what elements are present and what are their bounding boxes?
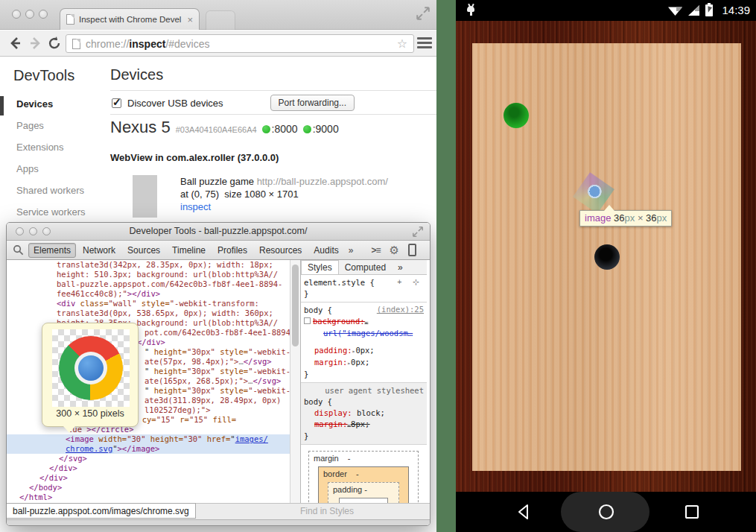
- devtools-toolbar: ElementsNetworkSourcesTimelineProfilesRe…: [7, 241, 430, 260]
- dom-tree-row[interactable]: <div class="wall" style="-webkit-transfo…: [7, 299, 290, 308]
- home-button[interactable]: [597, 503, 615, 521]
- sidebar-item-pages[interactable]: Pages: [16, 120, 44, 135]
- sidebar-item-devices[interactable]: Devices: [16, 98, 53, 113]
- styles-panel: Styles Computed » element.style { } + ⊹ …: [300, 260, 427, 503]
- new-style-rule-and-inspect-icons[interactable]: + ⊹: [397, 277, 424, 286]
- close-window-button[interactable]: [16, 227, 24, 235]
- transparency-checker: [52, 329, 130, 407]
- browser-toolbar: chrome://inspect/#devices ☆: [0, 31, 436, 57]
- element-style-rule[interactable]: element.style { } + ⊹: [301, 275, 427, 303]
- inspect-link[interactable]: inspect: [180, 201, 211, 212]
- url-page-icon: [72, 39, 80, 49]
- dom-tree-row[interactable]: </html>: [7, 493, 290, 502]
- dom-tree-row[interactable]: chrome.svg"></image>: [7, 444, 290, 454]
- devtools-window-title: Developer Tools - ball-puzzle.appspot.co…: [7, 223, 430, 240]
- bookmark-star-icon[interactable]: ☆: [397, 37, 407, 51]
- stylesheet-source-link[interactable]: (index):25: [377, 305, 424, 314]
- tab-strip: Inspect with Chrome Devel ×: [0, 0, 436, 30]
- back-button[interactable]: [7, 36, 22, 51]
- sidebar-item-service-workers[interactable]: Service workers: [16, 206, 85, 221]
- tab-styles[interactable]: Styles: [301, 260, 339, 274]
- port-green-dot-icon: [262, 125, 270, 133]
- styles-tab-bar: Styles Computed »: [301, 260, 427, 275]
- sidebar-selection-bar: [0, 96, 4, 115]
- battery-charging-icon: [705, 4, 713, 16]
- tooltip-caret: [604, 205, 614, 211]
- webview-geometry: at (0, 75) size 1080 × 1701: [180, 189, 299, 200]
- devtools-tab-profiles[interactable]: Profiles: [212, 243, 252, 258]
- sidebar-item-extensions[interactable]: Extensions: [16, 142, 64, 156]
- fullscreen-icon[interactable]: [416, 6, 431, 21]
- user-agent-rule[interactable]: user agent stylesheet body { display: bl…: [301, 383, 427, 445]
- devtools-tab-audits[interactable]: Audits: [308, 243, 343, 258]
- zoom-window-button[interactable]: [42, 227, 51, 235]
- dom-tree-row[interactable]: </div>: [7, 473, 290, 483]
- gear-icon[interactable]: ⚙: [390, 244, 399, 256]
- devtools-tab-network[interactable]: Network: [77, 243, 121, 258]
- back-button[interactable]: [515, 503, 533, 521]
- game-wood-frame: image 36px × 36px: [456, 21, 756, 492]
- divider: [110, 114, 436, 115]
- dom-tree-row[interactable]: translate3d(342px, 28.35px, 0px); width:…: [7, 260, 290, 270]
- dark-ball[interactable]: [594, 244, 620, 270]
- more-tabs-icon[interactable]: »: [392, 261, 409, 274]
- discover-usb-checkbox[interactable]: [112, 98, 121, 108]
- minimize-window-button[interactable]: [25, 10, 34, 19]
- tab-computed[interactable]: Computed: [339, 261, 392, 274]
- new-tab-button[interactable]: [206, 10, 235, 30]
- close-window-button[interactable]: [12, 10, 21, 19]
- browser-menu-button[interactable]: [417, 37, 432, 49]
- dom-tree-row[interactable]: <image width="30" height="30" href="imag…: [7, 434, 290, 444]
- devtools-tab-sources[interactable]: Sources: [122, 243, 165, 258]
- sidebar-item-apps[interactable]: Apps: [16, 163, 39, 178]
- address-bar[interactable]: chrome://inspect/#devices ☆: [66, 34, 414, 53]
- fullscreen-icon[interactable]: [412, 226, 424, 238]
- dom-tree-row[interactable]: </body>: [7, 483, 290, 493]
- port-forwarding-button[interactable]: Port forwarding...: [270, 95, 355, 111]
- dom-tree-row[interactable]: ball-puzzle.appspot.com/642ec0b3-fb8f-4e…: [7, 279, 290, 289]
- dom-tree-row[interactable]: </div>: [7, 463, 290, 473]
- reload-button[interactable]: [47, 36, 62, 51]
- console-drawer-icon[interactable]: >≡: [372, 245, 381, 256]
- green-ball[interactable]: [504, 103, 529, 128]
- sidebar-item-shared-workers[interactable]: Shared workers: [16, 185, 84, 200]
- dom-tree-row[interactable]: height: 510.3px; background: url(blob:ht…: [7, 270, 290, 279]
- dom-tree-row[interactable]: </svg>: [7, 454, 290, 463]
- index-body-rule[interactable]: body { (index):25 background:▸ url("imag…: [301, 303, 427, 383]
- android-nav-bar: [456, 492, 756, 532]
- image-dimensions-label: 300 × 150 pixels: [42, 408, 138, 419]
- game-board: image 36px × 36px: [472, 43, 741, 471]
- android-status-bar: 14:39: [456, 0, 756, 21]
- devtools-content: translate3d(342px, 28.35px, 0px); width:…: [7, 260, 430, 503]
- devtools-tab-elements[interactable]: Elements: [28, 243, 76, 258]
- minimize-window-button[interactable]: [29, 227, 37, 235]
- devtools-titlebar[interactable]: Developer Tools - ball-puzzle.appspot.co…: [7, 223, 430, 241]
- devtools-panel-tabs: ElementsNetworkSourcesTimelineProfilesRe…: [28, 243, 344, 258]
- dom-tree-row[interactable]: fee461cc40c8);"></div>: [7, 289, 290, 299]
- discover-usb-label: Discover USB devices: [127, 98, 223, 109]
- property-checkbox[interactable]: [304, 317, 311, 324]
- port-status-8000: :8000: [262, 123, 298, 135]
- cell-signal-icon: [688, 5, 699, 16]
- browser-tab[interactable]: Inspect with Chrome Devel ×: [60, 8, 200, 30]
- divider: [110, 90, 436, 91]
- devtools-toolbar-right: >≡ ⚙: [372, 244, 424, 256]
- devtools-tab-timeline[interactable]: Timeline: [167, 243, 211, 258]
- devtools-tab-resources[interactable]: Resources: [254, 243, 307, 258]
- webview-thumbnail: [133, 175, 157, 218]
- forward-button[interactable]: [28, 36, 43, 51]
- device-serial: #03A404160A4E66A4: [176, 125, 257, 134]
- hovered-url-status: ball-puzzle.appspot.com/images/chrome.sv…: [7, 503, 196, 519]
- search-icon[interactable]: [13, 244, 24, 256]
- find-in-styles-input[interactable]: Find in Styles: [300, 506, 354, 516]
- recents-button[interactable]: [683, 503, 701, 521]
- tab-close-icon[interactable]: ×: [187, 15, 193, 25]
- user-agent-stylesheet-label: user agent stylesheet: [304, 385, 424, 396]
- elements-scrollbar[interactable]: [290, 260, 300, 503]
- more-tabs-icon[interactable]: »: [346, 245, 357, 256]
- tab-title: Inspect with Chrome Devel: [79, 15, 182, 24]
- dom-tree-row[interactable]: translate3d(0px, 538.65px, 0px); width: …: [7, 308, 290, 318]
- device-mode-icon[interactable]: [408, 244, 416, 256]
- devtools-brand: DevTools: [13, 67, 74, 84]
- zoom-window-button[interactable]: [39, 10, 48, 19]
